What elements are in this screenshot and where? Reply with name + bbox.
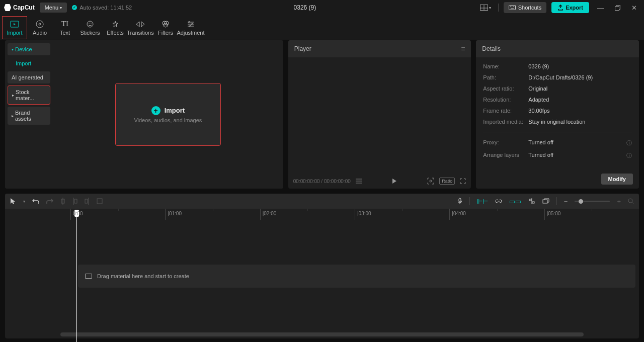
fullscreen-icon[interactable] — [460, 178, 466, 184]
svg-rect-32 — [74, 199, 77, 203]
zoom-slider[interactable] — [575, 201, 610, 202]
player-title: Player — [294, 45, 311, 52]
zoom-in-button[interactable]: + — [617, 198, 621, 205]
sidebar-item-stock-material[interactable]: ▸Stock mater... — [8, 86, 50, 105]
hamburger-icon[interactable]: ≡ — [461, 45, 465, 53]
timeline-scrollbar[interactable] — [60, 332, 584, 336]
tab-filters[interactable]: Filters — [153, 16, 178, 39]
sidebar-item-import[interactable]: Import — [8, 57, 50, 69]
minimize-button[interactable]: — — [594, 2, 607, 14]
media-sidebar: ▾Device Import AI generated ▸Stock mater… — [5, 40, 53, 189]
export-button[interactable]: Export — [551, 2, 589, 13]
svg-rect-35 — [97, 199, 102, 204]
detail-proxy-value: Turned off — [528, 139, 626, 147]
chevron-down-icon: ▾ — [60, 6, 62, 10]
details-body: Name:0326 (9) Path:D:/CapCut Drafts/0326… — [476, 57, 639, 169]
detail-resolution-value: Adapted — [528, 97, 632, 103]
sidebar-item-brand-assets[interactable]: ▸Brand assets — [8, 107, 50, 125]
svg-rect-40 — [543, 200, 547, 203]
redo-button[interactable] — [46, 198, 53, 204]
trim-left-tool[interactable] — [72, 198, 77, 205]
timeline-drag-hint: Drag material here and start to create — [97, 273, 189, 279]
titlebar: CapCut Menu ▾ Auto saved: 11:41:52 0326 … — [0, 0, 644, 15]
svg-line-42 — [632, 202, 633, 204]
tab-adjustment[interactable]: Adjustment — [178, 16, 203, 39]
zoom-fit-icon[interactable] — [628, 198, 634, 204]
tab-import[interactable]: Import — [2, 16, 27, 39]
svg-point-22 — [192, 23, 193, 25]
info-icon[interactable]: ⓘ — [626, 152, 632, 159]
detail-arrange-value: Turned off — [528, 152, 626, 159]
svg-point-15 — [91, 23, 92, 24]
zoom-out-button[interactable]: − — [564, 198, 568, 205]
layout-icon — [480, 5, 488, 11]
keyboard-icon — [509, 5, 516, 10]
detail-aspect-label: Aspect ratio: — [483, 86, 528, 92]
timeline-tracks[interactable]: Drag material here and start to create — [5, 220, 639, 332]
player-time: 00:00:00:00 / 00:00:00:00 — [293, 179, 351, 184]
preview-icon[interactable]: ▭▭ — [509, 198, 521, 205]
align-icon[interactable] — [528, 198, 535, 204]
svg-point-41 — [628, 199, 632, 203]
scan-icon[interactable] — [427, 178, 434, 185]
svg-rect-3 — [509, 6, 515, 10]
player-viewport — [288, 57, 471, 174]
chevron-down-icon[interactable]: ▾ — [23, 199, 25, 204]
scrollbar-thumb[interactable] — [60, 332, 584, 336]
app-name: CapCut — [13, 4, 35, 11]
timeline-empty-track[interactable]: Drag material here and start to create — [78, 265, 635, 288]
adjustment-icon — [187, 20, 195, 29]
project-title: 0326 (9) — [137, 4, 473, 11]
modify-button[interactable]: Modify — [601, 174, 633, 185]
magnet-on-icon[interactable]: ⊫⊨ — [477, 198, 488, 205]
import-dropzone[interactable]: + Import Videos, audios, and images — [115, 83, 221, 146]
plus-icon: + — [151, 106, 160, 115]
layout-button[interactable]: ▾ — [478, 3, 493, 13]
mic-icon[interactable] — [457, 198, 462, 205]
details-title: Details — [482, 45, 501, 52]
ruler-mark: |05:00 — [544, 209, 639, 220]
tab-transitions[interactable]: Transitions — [128, 16, 153, 39]
titlebar-right: ▾ Shortcuts Export — ✕ — [478, 2, 640, 14]
sidebar-item-ai-generated[interactable]: AI generated — [8, 71, 50, 83]
app-logo: CapCut — [4, 4, 35, 11]
triangle-right-icon: ▸ — [12, 114, 14, 118]
tab-audio[interactable]: Audio — [27, 16, 52, 39]
timeline-ruler[interactable]: 0:00 |01:00 |02:00 |03:00 |04:00 |05:00 — [5, 209, 639, 220]
list-icon[interactable] — [356, 179, 362, 184]
split-tool[interactable] — [60, 198, 65, 205]
svg-point-14 — [89, 23, 90, 24]
svg-rect-39 — [532, 202, 534, 203]
export-icon — [557, 5, 564, 11]
cursor-tool[interactable] — [10, 198, 16, 205]
info-icon[interactable]: ⓘ — [626, 139, 632, 147]
sidebar-item-device[interactable]: ▾Device — [8, 43, 50, 55]
ruler-mark: |03:00 — [355, 209, 449, 220]
trim-right-tool[interactable] — [85, 198, 90, 205]
tab-text[interactable]: TI Text — [52, 16, 77, 39]
ratio-button[interactable]: Ratio — [439, 178, 455, 185]
undo-button[interactable] — [32, 198, 39, 204]
triangle-down-icon: ▾ — [12, 47, 14, 52]
ruler-mark: 0:00 — [70, 209, 165, 220]
autosave-status: Auto saved: 11:41:52 — [72, 5, 132, 11]
top-tabs: Import Audio TI Text Stickers Effects Tr… — [0, 15, 644, 40]
detail-name-label: Name: — [483, 63, 528, 69]
delete-tool[interactable] — [97, 198, 103, 204]
play-button[interactable] — [392, 178, 397, 184]
maximize-button[interactable] — [612, 3, 623, 13]
check-icon — [72, 5, 77, 10]
layers-icon[interactable] — [542, 198, 549, 204]
player-controls: 00:00:00:00 / 00:00:00:00 Ratio — [288, 174, 471, 189]
shortcuts-button[interactable]: Shortcuts — [504, 2, 546, 13]
details-header: Details — [476, 40, 639, 57]
link-icon[interactable] — [495, 199, 502, 204]
tab-stickers[interactable]: Stickers — [77, 16, 103, 39]
timeline-panel: ▾ ⊫⊨ ▭▭ − + 0:00 |01:00 |02:00 |03:00 |0… — [5, 194, 639, 338]
detail-arrange-label: Arrange layers — [483, 152, 528, 159]
tab-effects[interactable]: Effects — [103, 16, 128, 39]
svg-rect-34 — [85, 199, 88, 203]
close-button[interactable]: ✕ — [628, 2, 640, 14]
audio-icon — [36, 20, 44, 29]
menu-button[interactable]: Menu ▾ — [40, 3, 67, 13]
